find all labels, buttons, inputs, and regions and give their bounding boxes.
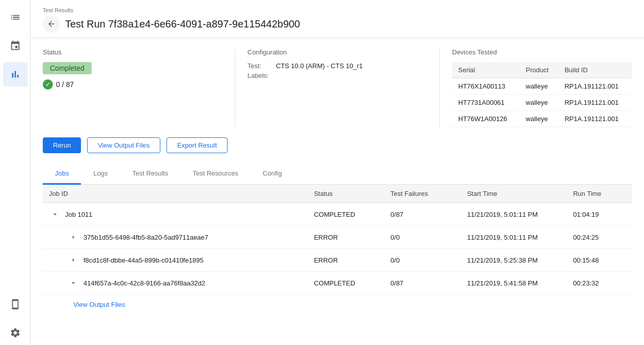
sidebar bbox=[0, 0, 31, 345]
pass-count: 0 / 87 bbox=[56, 80, 74, 89]
config-col: Configuration Test: CTS 10.0 (ARM) - CTS… bbox=[247, 48, 427, 127]
info-section: Status Completed ✓ 0 / 87 Configuration … bbox=[43, 48, 632, 127]
breadcrumb: Test Results bbox=[43, 7, 632, 13]
job-run-time: 01:04:19 bbox=[567, 203, 632, 226]
pass-icon: ✓ bbox=[43, 79, 53, 90]
sidebar-item-devices[interactable] bbox=[3, 292, 27, 317]
sidebar-item-schedule[interactable] bbox=[3, 34, 27, 58]
job-id: Job 1011 bbox=[65, 211, 93, 218]
devices-table: Serial Product Build ID HT76X1A00113 wal… bbox=[452, 62, 632, 127]
config-labels-key: Labels: bbox=[247, 72, 273, 79]
config-label: Configuration bbox=[247, 48, 427, 56]
devices-row: HT76X1A00113 walleye RP1A.191121.001 bbox=[452, 78, 632, 95]
pass-indicator: ✓ 0 / 87 bbox=[43, 79, 222, 90]
device-product: walleye bbox=[520, 78, 558, 95]
job-failures: 0/87 bbox=[384, 272, 461, 295]
back-button[interactable] bbox=[43, 15, 60, 33]
page-title: Test Run 7f38a1e4-6e66-4091-a897-9e11544… bbox=[65, 18, 300, 30]
job-start-time: 11/21/2019, 5:25:38 PM bbox=[461, 249, 567, 272]
config-test-row: Test: CTS 10.0 (ARM) - CTS 10_r1 bbox=[247, 62, 427, 70]
export-button[interactable]: Export Result bbox=[166, 137, 228, 153]
sidebar-item-analytics[interactable] bbox=[3, 62, 27, 87]
jobs-col-status: Status bbox=[308, 185, 384, 203]
job-id-cell: 375b1d55-6498-4fb5-8a20-5ad9711aeae7 bbox=[43, 226, 308, 249]
tab-test-resources[interactable]: Test Resources bbox=[180, 163, 250, 185]
status-badge: Completed bbox=[43, 62, 92, 74]
job-run-time: 00:15:48 bbox=[567, 249, 632, 272]
devices-col-product: Product bbox=[520, 62, 558, 78]
devices-col-build: Build ID bbox=[558, 62, 632, 78]
job-status: COMPLETED bbox=[308, 203, 384, 226]
devices-label: Devices Tested bbox=[452, 48, 632, 56]
tab-config[interactable]: Config bbox=[250, 163, 294, 185]
view-output-button[interactable]: View Output Files bbox=[87, 137, 160, 153]
tab-test-results[interactable]: Test Results bbox=[120, 163, 181, 185]
devices-row: HT7731A00061 walleye RP1A.191121.001 bbox=[452, 95, 632, 111]
job-status: ERROR bbox=[308, 226, 384, 249]
sidebar-item-tasks[interactable] bbox=[3, 5, 27, 30]
config-test-key: Test: bbox=[247, 62, 273, 70]
job-failures: 0/0 bbox=[384, 226, 461, 249]
job-id: 414f657a-4c0c-42c8-9166-aa76f8aa32d2 bbox=[83, 279, 205, 287]
table-row: 414f657a-4c0c-42c8-9166-aa76f8aa32d2 COM… bbox=[43, 272, 632, 295]
status-label: Status bbox=[43, 48, 222, 56]
jobs-col-start: Start Time bbox=[461, 185, 567, 203]
sidebar-item-settings[interactable] bbox=[3, 321, 27, 345]
job-failures: 0/87 bbox=[384, 203, 461, 226]
config-test-val: CTS 10.0 (ARM) - CTS 10_r1 bbox=[276, 62, 363, 70]
rerun-button[interactable]: Rerun bbox=[43, 137, 81, 153]
devices-col: Devices Tested Serial Product Build ID H… bbox=[452, 48, 632, 127]
status-col: Status Completed ✓ 0 / 87 bbox=[43, 48, 222, 127]
job-run-time: 00:23:32 bbox=[567, 272, 632, 295]
table-row: f8cd1c8f-dbbe-44a5-899b-c01410fe1895 ERR… bbox=[43, 249, 632, 272]
job-failures: 0/0 bbox=[384, 249, 461, 272]
job-run-time: 00:24:25 bbox=[567, 226, 632, 249]
device-serial: HT76X1A00113 bbox=[452, 78, 520, 95]
header: Test Results Test Run 7f38a1e4-6e66-4091… bbox=[31, 0, 644, 38]
jobs-col-id: Job ID bbox=[43, 185, 308, 203]
tabs: JobsLogsTest ResultsTest ResourcesConfig bbox=[43, 163, 632, 185]
expand-button[interactable] bbox=[49, 208, 61, 220]
view-output-link[interactable]: View Output Files bbox=[73, 297, 125, 312]
job-start-time: 11/21/2019, 5:41:58 PM bbox=[461, 272, 567, 295]
device-serial: HT76W1A00126 bbox=[452, 111, 520, 127]
actions-row: Rerun View Output Files Export Result bbox=[43, 137, 632, 153]
job-id-cell: f8cd1c8f-dbbe-44a5-899b-c01410fe1895 bbox=[43, 249, 308, 272]
table-row: Job 1011 COMPLETED 0/87 11/21/2019, 5:01… bbox=[43, 203, 632, 226]
device-build: RP1A.191121.001 bbox=[558, 95, 632, 111]
job-id-cell: Job 1011 bbox=[43, 203, 308, 226]
job-id-cell: 414f657a-4c0c-42c8-9166-aa76f8aa32d2 bbox=[43, 272, 308, 295]
device-product: walleye bbox=[520, 95, 558, 111]
tab-jobs[interactable]: Jobs bbox=[43, 163, 81, 185]
expand-button[interactable] bbox=[67, 277, 79, 289]
devices-col-serial: Serial bbox=[452, 62, 520, 78]
jobs-col-run: Run Time bbox=[567, 185, 632, 203]
job-status: ERROR bbox=[308, 249, 384, 272]
expand-button[interactable] bbox=[67, 231, 79, 243]
job-id: 375b1d55-6498-4fb5-8a20-5ad9711aeae7 bbox=[83, 234, 208, 241]
job-start-time: 11/21/2019, 5:01:11 PM bbox=[461, 203, 567, 226]
main-content: Test Results Test Run 7f38a1e4-6e66-4091… bbox=[31, 0, 644, 345]
job-status: COMPLETED bbox=[308, 272, 384, 295]
tab-logs[interactable]: Logs bbox=[81, 163, 120, 185]
device-product: walleye bbox=[520, 111, 558, 127]
device-serial: HT7731A00061 bbox=[452, 95, 520, 111]
device-build: RP1A.191121.001 bbox=[558, 78, 632, 95]
job-start-time: 11/21/2019, 5:01:11 PM bbox=[461, 226, 567, 249]
table-row: 375b1d55-6498-4fb5-8a20-5ad9711aeae7 ERR… bbox=[43, 226, 632, 249]
device-build: RP1A.191121.001 bbox=[558, 111, 632, 127]
job-id: f8cd1c8f-dbbe-44a5-899b-c01410fe1895 bbox=[83, 256, 204, 264]
devices-row: HT76W1A00126 walleye RP1A.191121.001 bbox=[452, 111, 632, 127]
jobs-table: Job ID Status Test Failures Start Time R… bbox=[43, 185, 632, 295]
expand-button[interactable] bbox=[67, 254, 79, 266]
content-area: Status Completed ✓ 0 / 87 Configuration … bbox=[31, 38, 644, 345]
jobs-col-failures: Test Failures bbox=[384, 185, 461, 203]
config-labels-row: Labels: bbox=[247, 72, 427, 79]
